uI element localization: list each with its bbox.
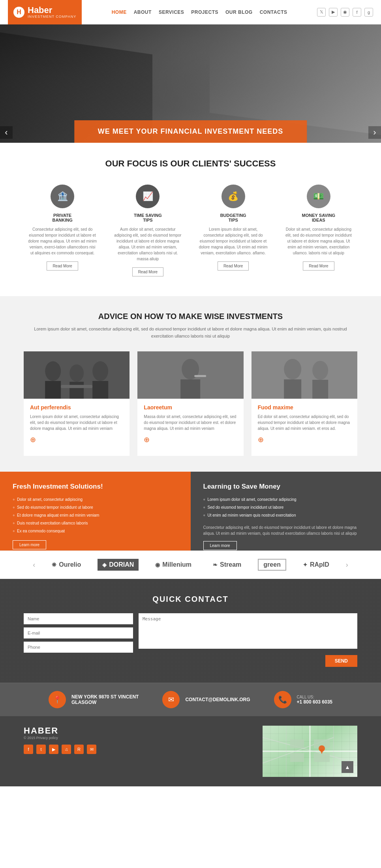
focus-card-2-text: Aum dolor sit amet, consectetur adipisci… — [113, 226, 182, 262]
advice-card-2-text: Massa dolor sit amet, consectetur adipis… — [144, 414, 237, 431]
stream-icon: ❧ — [213, 562, 218, 568]
focus-card-2-read-more[interactable]: Read More — [132, 267, 163, 276]
rapid-label: RApID — [310, 561, 329, 568]
solutions-left: Fresh Investment Solutions! Dolor sit am… — [0, 472, 191, 551]
nav-services[interactable]: SERVICES — [159, 9, 184, 15]
hero-prev-button[interactable]: ‹ — [0, 126, 13, 139]
solutions-title: Fresh Investment Solutions! — [13, 483, 178, 491]
saving-item-1: Lorem ipsum dolor sit amet, consectetur … — [203, 496, 369, 502]
advice-card-3-text: Ed dolor sit amet, consectetur adipiscin… — [258, 414, 351, 431]
focus-section: OUR FOCUS IS OUR CLIENTS' SUCCESS 🏦 PRIV… — [0, 143, 381, 296]
saving-title: Learning to Save Money — [203, 483, 369, 491]
advice-section: ADVICE ON HOW TO MAKE WISE INVESTMENTS L… — [0, 296, 381, 472]
focus-card-4-text: Dolor sit amet, consectetur adipiscing e… — [284, 226, 353, 256]
svg-rect-7 — [61, 385, 92, 388]
advice-card-3-link-icon[interactable]: ⊕ — [258, 435, 351, 444]
logo-stream[interactable]: ❧ Stream — [208, 559, 246, 571]
focus-card-4-read-more[interactable]: Read More — [303, 261, 334, 271]
send-button[interactable]: SEND — [325, 655, 357, 667]
saving-text: Consectetur adipiscing elit, sed do eius… — [203, 525, 369, 536]
form-fields — [24, 613, 133, 667]
email-value: CONTACT@DEMOLINK.ORG — [185, 697, 250, 702]
focus-card-3-text: Lorem ipsum dolor sit amet, consectetur … — [199, 226, 268, 256]
footer: HABER © 2015 Privacy policy f t ▶ ♫ R ✉ — [0, 716, 381, 786]
private-banking-icon: 🏦 — [51, 185, 74, 208]
logo-green[interactable]: green — [258, 559, 286, 571]
address-icon: 📍 — [49, 691, 66, 708]
focus-card-1-read-more[interactable]: Read More — [47, 261, 78, 271]
logo-rapid[interactable]: ✦ RApID — [298, 559, 334, 571]
youtube-icon[interactable]: ▶ — [329, 8, 338, 17]
green-label: green — [263, 561, 281, 568]
focus-card-2-title: TIME SAVINGTIPS — [113, 213, 182, 222]
logo-millenium[interactable]: ◉ Millenium — [150, 559, 196, 571]
nav-blog[interactable]: OUR BLOG — [225, 9, 253, 15]
advice-card-1-link-icon[interactable]: ⊕ — [30, 435, 123, 444]
svg-rect-23 — [290, 739, 304, 748]
focus-card-4-title: MONEY SAVINGIDEAS — [284, 213, 353, 222]
phone-input[interactable] — [24, 642, 133, 653]
solutions-learn-btn[interactable]: Learn more — [13, 540, 46, 549]
contact-info-bar: 📍 NEW YORK 9870 ST VINCENTGLASGOW ✉ CONT… — [0, 683, 381, 716]
focus-cards: 🏦 PRIVATEBANKING Consectetur adipiscing … — [24, 181, 357, 280]
svg-rect-11 — [194, 375, 206, 377]
facebook-icon[interactable]: f — [353, 8, 361, 17]
svg-rect-2 — [45, 381, 61, 399]
solutions-right: Learning to Save Money Lorem ipsum dolor… — [191, 472, 381, 551]
nav-about[interactable]: ABOUT — [134, 9, 152, 15]
message-wrapper: SEND — [139, 613, 357, 667]
svg-rect-10 — [180, 379, 200, 399]
advice-subtitle: Lorem ipsum dolor sit amet, consectetur … — [24, 326, 357, 340]
logo[interactable]: H Haber INVESTMENT COMPANY — [8, 0, 82, 24]
logo-ourelio[interactable]: ❋ Ourelio — [47, 559, 86, 571]
email-input[interactable] — [24, 627, 133, 638]
footer-social-fb[interactable]: f — [24, 745, 33, 754]
focus-card-1-text: Consectetur adipiscing elit, sed do eius… — [28, 226, 97, 256]
advice-card-2-name: Laoreetum — [144, 404, 237, 411]
logos-next-button[interactable]: › — [346, 561, 348, 569]
gplus-icon[interactable]: g — [364, 8, 373, 17]
message-textarea[interactable] — [139, 613, 357, 649]
advice-card-1-image — [24, 351, 130, 399]
saving-item-2: Sed do eiusmod tempor incididunt ut labo… — [203, 504, 369, 510]
focus-card-1-title: PRIVATEBANKING — [28, 213, 97, 222]
hero-section: WE MEET YOUR FINANCIAL INVESTMENT NEEDS … — [0, 24, 381, 143]
solutions-list: Dolor sit amet, consectetur adipiscing S… — [13, 496, 178, 534]
footer-social-rss[interactable]: R — [74, 745, 84, 754]
footer-map-wrapper: ▲ — [263, 726, 357, 777]
nav-projects[interactable]: PROJECTS — [191, 9, 218, 15]
logo-subtitle: INVESTMENT COMPANY — [28, 15, 76, 19]
svg-rect-14 — [284, 379, 301, 399]
advice-card-3: Fuod maxime Ed dolor sit amet, consectet… — [251, 351, 357, 456]
nav-contacts[interactable]: CONTACTS — [260, 9, 287, 15]
ourelio-icon: ❋ — [52, 562, 56, 568]
footer-social-tw[interactable]: t — [36, 745, 46, 754]
hero-next-button[interactable]: › — [368, 126, 381, 139]
focus-card-3-read-more[interactable]: Read More — [218, 261, 249, 271]
logo-dorian[interactable]: ◈ DORIAN — [98, 559, 139, 571]
advice-card-2: Laoreetum Massa dolor sit amet, consecte… — [137, 351, 243, 456]
phone-label: CALL US: — [297, 695, 332, 699]
advice-card-3-name: Fuod maxime — [258, 404, 351, 411]
footer-social-email[interactable]: ✉ — [87, 745, 96, 754]
dorian-icon: ◈ — [102, 562, 107, 568]
hero-bg-right — [210, 24, 381, 135]
advice-card-2-link-icon[interactable]: ⊕ — [144, 435, 237, 444]
twitter-icon[interactable]: 𝕏 — [317, 8, 326, 17]
contact-phone: 📞 CALL US: +1 800 603 6035 — [274, 691, 332, 708]
hero-banner: WE MEET YOUR FINANCIAL INVESTMENT NEEDS — [74, 120, 307, 143]
scroll-top-button[interactable]: ▲ — [342, 761, 353, 773]
nav-home[interactable]: HOME — [112, 9, 127, 15]
focus-title: OUR FOCUS IS OUR CLIENTS' SUCCESS — [24, 159, 357, 169]
phone-icon: 📞 — [274, 691, 291, 708]
footer-social-music[interactable]: ♫ — [62, 745, 71, 754]
saving-list: Lorem ipsum dolor sit amet, consectetur … — [203, 496, 369, 518]
saving-learn-btn[interactable]: Learn more — [203, 541, 237, 550]
logos-prev-button[interactable]: ‹ — [33, 561, 35, 569]
name-input[interactable] — [24, 613, 133, 624]
footer-social-yt[interactable]: ▶ — [49, 745, 58, 754]
header: H Haber INVESTMENT COMPANY HOME ABOUT SE… — [0, 0, 381, 24]
footer-social-icons: f t ▶ ♫ R ✉ — [24, 745, 251, 754]
millenium-label: Millenium — [162, 561, 191, 568]
rss-icon[interactable]: ◉ — [341, 8, 349, 17]
